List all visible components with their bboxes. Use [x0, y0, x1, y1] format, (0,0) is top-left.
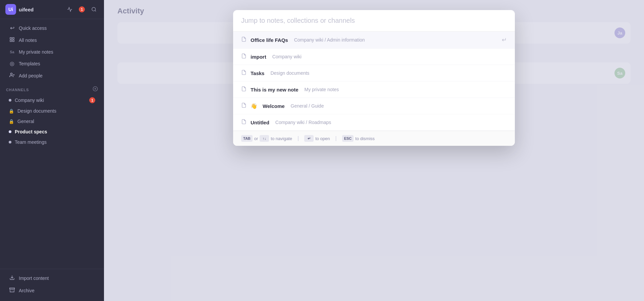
- sidebar-item-archive[interactable]: Archive: [3, 285, 101, 297]
- header-icons: 1: [65, 5, 99, 14]
- sidebar-item-templates[interactable]: ◎ Templates: [3, 58, 101, 69]
- channel-dot-product-specs: [9, 130, 11, 133]
- lock-icon-general: 🔒: [9, 119, 14, 124]
- tab-key: TAB: [241, 135, 253, 142]
- sidebar-item-design-documents[interactable]: 🔒 Design documents: [3, 106, 101, 116]
- result-icon-0: [241, 37, 247, 43]
- result-icon-3: [241, 86, 247, 93]
- result-name-3: This is my new note: [251, 87, 299, 93]
- result-path-1: Company wiki: [272, 54, 302, 59]
- sidebar-bottom: Import content Archive: [0, 269, 104, 301]
- dismiss-text: to dismiss: [355, 136, 375, 141]
- modal-footer: TAB or ↑↓ to navigate | ↵ to open | ESC …: [233, 131, 515, 146]
- sidebar-item-general[interactable]: 🔒 General: [3, 116, 101, 126]
- sidebar-item-company-wiki[interactable]: Company wiki 1: [3, 95, 101, 106]
- result-name-2: Tasks: [251, 70, 264, 76]
- sidebar: Ui uifeed 1 ↩ Quick access: [0, 0, 104, 301]
- channels-label: CHANNELS: [6, 88, 29, 92]
- channel-label-design-documents: Design documents: [17, 108, 95, 114]
- channel-label-product-specs: Product specs: [15, 129, 95, 134]
- quick-access-label: Quick access: [19, 25, 47, 31]
- dismiss-hint: ESC to dismiss: [342, 135, 375, 142]
- result-item-welcome[interactable]: 👋 Welcome General / Guide: [233, 98, 515, 114]
- add-people-icon: [9, 72, 15, 79]
- workspace-avatar: Ui: [5, 4, 16, 15]
- result-path-4: General / Guide: [291, 103, 324, 109]
- add-people-label: Add people: [19, 73, 43, 78]
- sep-2: |: [335, 135, 337, 141]
- all-notes-icon: [9, 37, 15, 44]
- notification-badge: 1: [79, 6, 85, 12]
- result-icon-2: [241, 70, 247, 76]
- result-path-2: Design documents: [270, 70, 309, 76]
- activity-icon[interactable]: [65, 5, 74, 14]
- main-content: Activity Ja Sa: [104, 0, 644, 301]
- svg-rect-3: [12, 38, 14, 39]
- result-name-0: Office life FAQs: [251, 37, 288, 43]
- sidebar-item-team-meetings[interactable]: Team meetings: [3, 137, 101, 147]
- add-channel-icon[interactable]: [93, 86, 98, 93]
- enter-icon-0: ↵: [502, 36, 507, 44]
- result-item-untitled[interactable]: Untitled Company wiki / Roadmaps: [233, 114, 515, 131]
- my-private-notes-icon: Sa: [9, 50, 15, 54]
- import-icon: [9, 275, 15, 282]
- workspace-name: uifeed: [19, 7, 62, 12]
- modal-overlay[interactable]: Office life FAQs Company wiki / Admin in…: [104, 0, 644, 301]
- svg-rect-5: [10, 40, 12, 42]
- channels-section-header: CHANNELS: [0, 82, 104, 95]
- modal-search-area: [233, 10, 515, 32]
- result-emoji-4: 👋: [251, 103, 257, 109]
- notification-icon[interactable]: 1: [77, 5, 87, 14]
- sidebar-item-my-private-notes[interactable]: Sa My private notes: [3, 47, 101, 57]
- search-modal: Office life FAQs Company wiki / Admin in…: [233, 10, 515, 146]
- templates-label: Templates: [19, 61, 40, 66]
- templates-icon: ◎: [9, 60, 15, 67]
- sidebar-item-quick-access[interactable]: ↩ Quick access: [3, 22, 101, 34]
- channel-badge-company-wiki: 1: [89, 97, 95, 103]
- result-path-0: Company wiki / Admin information: [294, 37, 365, 43]
- result-icon-5: [241, 119, 247, 126]
- enter-key: ↵: [304, 135, 314, 142]
- sep-1: |: [298, 135, 299, 141]
- svg-point-0: [92, 7, 96, 11]
- sidebar-item-product-specs[interactable]: Product specs: [3, 127, 101, 137]
- result-name-5: Untitled: [251, 120, 269, 125]
- lock-icon-design: 🔒: [9, 109, 14, 114]
- result-path-5: Company wiki / Roadmaps: [275, 120, 331, 125]
- navigate-hint: TAB or ↑↓ to navigate: [241, 135, 292, 142]
- sidebar-item-all-notes[interactable]: All notes: [3, 34, 101, 46]
- all-notes-label: All notes: [19, 38, 37, 43]
- result-item-new-note[interactable]: This is my new note My private notes: [233, 81, 515, 98]
- result-path-3: My private notes: [305, 87, 339, 92]
- navigate-text: to navigate: [271, 136, 292, 141]
- channel-label-general: General: [17, 119, 95, 124]
- svg-rect-13: [10, 288, 15, 289]
- result-icon-4: [241, 103, 247, 109]
- svg-point-6: [10, 73, 12, 75]
- result-item-import[interactable]: import Company wiki: [233, 49, 515, 65]
- modal-results: Office life FAQs Company wiki / Admin in…: [233, 32, 515, 131]
- open-hint: ↵ to open: [304, 135, 330, 142]
- channel-label-company-wiki: Company wiki: [15, 98, 86, 103]
- result-item-office-life-faqs[interactable]: Office life FAQs Company wiki / Admin in…: [233, 32, 515, 49]
- search-icon[interactable]: [89, 5, 99, 14]
- result-icon-1: [241, 53, 247, 60]
- sidebar-nav: ↩ Quick access All notes Sa My private n…: [0, 19, 104, 269]
- modal-search-input[interactable]: [241, 17, 507, 24]
- result-item-tasks[interactable]: Tasks Design documents: [233, 65, 515, 81]
- result-name-4: Welcome: [263, 103, 285, 109]
- quick-access-icon: ↩: [9, 25, 15, 31]
- channel-label-team-meetings: Team meetings: [15, 139, 95, 145]
- result-name-1: import: [251, 54, 266, 60]
- channel-dot-team-meetings: [9, 141, 11, 143]
- arrow-keys: ↑↓: [260, 135, 269, 142]
- open-text: to open: [315, 136, 330, 141]
- import-content-label: Import content: [19, 276, 49, 281]
- sidebar-item-import-content[interactable]: Import content: [3, 272, 101, 284]
- or-text: or: [254, 136, 258, 141]
- svg-rect-2: [10, 38, 12, 39]
- sidebar-item-add-people[interactable]: Add people: [3, 70, 101, 82]
- my-private-notes-label: My private notes: [19, 49, 53, 55]
- svg-line-1: [95, 10, 96, 11]
- esc-key: ESC: [342, 135, 354, 142]
